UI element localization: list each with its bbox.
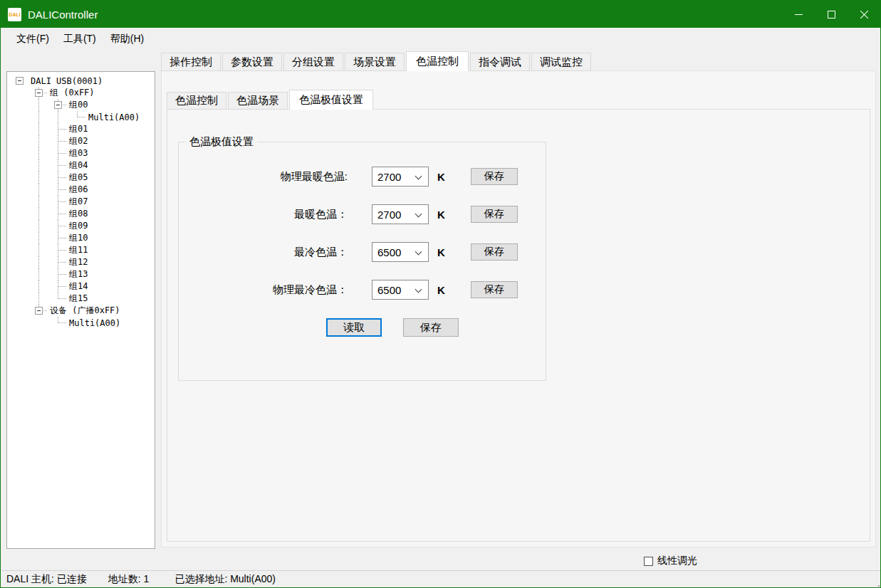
tree-item[interactable]: 组14 [10, 280, 155, 293]
unit-label: K [437, 171, 445, 183]
coolest-label: 最冷色温： [179, 246, 348, 259]
maximize-button[interactable] [815, 1, 848, 28]
tree-item[interactable]: 组13 [10, 268, 155, 280]
tree-item[interactable]: 组06 [10, 184, 155, 196]
physical-warmest-value: 2700 [372, 171, 401, 183]
form-row-warmest: 最暖色温：2700K保存 [179, 204, 546, 224]
tree-item[interactable]: 组10 [10, 232, 155, 244]
tree-item-label: 组02 [69, 135, 88, 147]
tree-item[interactable]: Multi(A00) [10, 111, 155, 123]
tab-color-temp-control[interactable]: 色温控制 [406, 51, 469, 71]
linear-dimming-label: 线性调光 [657, 555, 697, 567]
tree-item[interactable]: 组02 [10, 135, 155, 147]
chevron-down-icon[interactable] [415, 173, 422, 180]
read-button[interactable]: 读取 [326, 318, 382, 337]
physical-coolest-save-button[interactable]: 保存 [471, 281, 518, 298]
tab-command-debug[interactable]: 指令调试 [470, 53, 530, 71]
chevron-down-icon[interactable] [415, 211, 422, 218]
sub-tabstrip: 色温控制色温场景色温极值设置 [167, 90, 375, 110]
tree-item-label: 组 (0xFF) [50, 87, 95, 99]
subtab-ct-limits[interactable]: 色温极值设置 [289, 90, 373, 110]
window-title: DALIController [28, 9, 782, 21]
subtab-ct-control[interactable]: 色温控制 [167, 92, 226, 110]
linear-dimming-checkbox[interactable] [644, 557, 653, 566]
main-tabstrip: 操作控制参数设置分组设置场景设置色温控制指令调试调试监控 [161, 51, 593, 71]
warmest-save-button[interactable]: 保存 [471, 206, 518, 223]
tree-item[interactable]: 设备 (广播0xFF) [10, 305, 155, 317]
tab-grouping-settings[interactable]: 分组设置 [283, 53, 343, 71]
warmest-select[interactable]: 2700 [372, 204, 429, 224]
tree-item-label: Multi(A00) [69, 318, 120, 328]
tree-item[interactable]: DALI USB(0001) [10, 75, 155, 87]
tree-item-label: 组06 [69, 184, 88, 196]
app-window: DALI DALIController 文件(F)工具(T)帮助(H) DALI… [0, 0, 881, 588]
form-row-coolest: 最冷色温：6500K保存 [179, 242, 546, 262]
statusbar: DALI 主机: 已连接 地址数: 1 已选择地址: Multi(A00) [1, 570, 880, 587]
titlebar: DALI DALIController [1, 1, 880, 28]
tree-item[interactable]: 组15 [10, 293, 155, 305]
unit-label: K [437, 246, 445, 258]
tab-scene-settings[interactable]: 场景设置 [345, 53, 405, 71]
subtab-ct-scene[interactable]: 色温场景 [228, 92, 288, 110]
tree-item[interactable]: 组11 [10, 244, 155, 256]
tree-item[interactable]: Multi(A00) [10, 317, 155, 329]
tree-item[interactable]: 组01 [10, 123, 155, 135]
close-icon [860, 10, 869, 19]
tab-debug-monitor[interactable]: 调试监控 [531, 53, 591, 71]
tree-item-label: 组01 [69, 123, 88, 135]
tree-expand-icon[interactable] [16, 77, 24, 85]
unit-label: K [437, 284, 445, 296]
tree-item[interactable]: 组00 [10, 99, 155, 111]
coolest-select[interactable]: 6500 [372, 242, 429, 262]
tree-item-label: 组05 [69, 172, 88, 184]
form-row-physical-coolest: 物理最冷色温：6500K保存 [179, 280, 546, 300]
unit-label: K [437, 209, 445, 221]
coolest-save-button[interactable]: 保存 [471, 243, 518, 261]
physical-warmest-save-button[interactable]: 保存 [471, 168, 518, 185]
chevron-down-icon[interactable] [415, 286, 422, 293]
tree-item-label: 组10 [69, 232, 88, 244]
tree-item[interactable]: 组05 [10, 172, 155, 184]
tree-item[interactable]: 组03 [10, 147, 155, 159]
warmest-value: 2700 [372, 209, 401, 221]
form-row-physical-warmest: 物理最暖色温:2700K保存 [179, 167, 546, 187]
tree-item-label: 组15 [69, 293, 88, 305]
tree-expand-icon[interactable] [35, 89, 43, 97]
physical-warmest-select[interactable]: 2700 [372, 167, 429, 187]
chevron-down-icon[interactable] [415, 248, 422, 256]
tree-item-label: 组11 [69, 244, 88, 256]
tree-expand-icon[interactable] [54, 101, 62, 109]
tree-item-label: Multi(A00) [88, 112, 140, 122]
tree-item[interactable]: 组08 [10, 208, 155, 220]
tab-operation-control[interactable]: 操作控制 [161, 53, 221, 71]
warmest-label: 最暖色温： [179, 208, 348, 221]
form-rows: 物理最暖色温:2700K保存最暖色温：2700K保存最冷色温：6500K保存物理… [179, 142, 546, 300]
physical-coolest-value: 6500 [372, 284, 401, 296]
status-address-count: 地址数: 1 [108, 573, 150, 586]
menu-item-tools[interactable]: 工具(T) [56, 30, 103, 48]
device-tree: DALI USB(0001)组 (0xFF)组00Multi(A00)组01组0… [6, 71, 155, 549]
resize-grip-icon[interactable] [875, 582, 877, 584]
tree-item[interactable]: 组04 [10, 159, 155, 172]
tab-parameter-settings[interactable]: 参数设置 [222, 53, 282, 71]
tree-item-label: 组03 [69, 147, 88, 159]
tree-item-label: 设备 (广播0xFF) [50, 305, 120, 317]
tree-item[interactable]: 组 (0xFF) [10, 87, 155, 99]
tree-item[interactable]: 组09 [10, 220, 155, 232]
minimize-button[interactable] [782, 1, 815, 28]
tree-item-label: 组04 [69, 159, 88, 172]
save-all-button[interactable]: 保存 [403, 318, 459, 337]
tree-item-label: 组12 [69, 256, 88, 268]
menu-item-help[interactable]: 帮助(H) [103, 30, 151, 48]
ct-limits-groupbox: 色温极值设置 物理最暖色温:2700K保存最暖色温：2700K保存最冷色温：65… [178, 142, 546, 381]
tree-expand-icon[interactable] [35, 307, 43, 315]
tree-item-label: DALI USB(0001) [31, 76, 103, 86]
subpage-ct-limits: 色温极值设置 物理最暖色温:2700K保存最暖色温：2700K保存最冷色温：65… [167, 109, 870, 542]
menu-item-file[interactable]: 文件(F) [9, 30, 56, 48]
tree-item-label: 组09 [69, 220, 88, 232]
close-button[interactable] [848, 1, 880, 28]
tree-item[interactable]: 组12 [10, 256, 155, 268]
physical-coolest-select[interactable]: 6500 [372, 280, 429, 300]
menubar: 文件(F)工具(T)帮助(H) [1, 28, 880, 50]
tree-item[interactable]: 组07 [10, 196, 155, 208]
